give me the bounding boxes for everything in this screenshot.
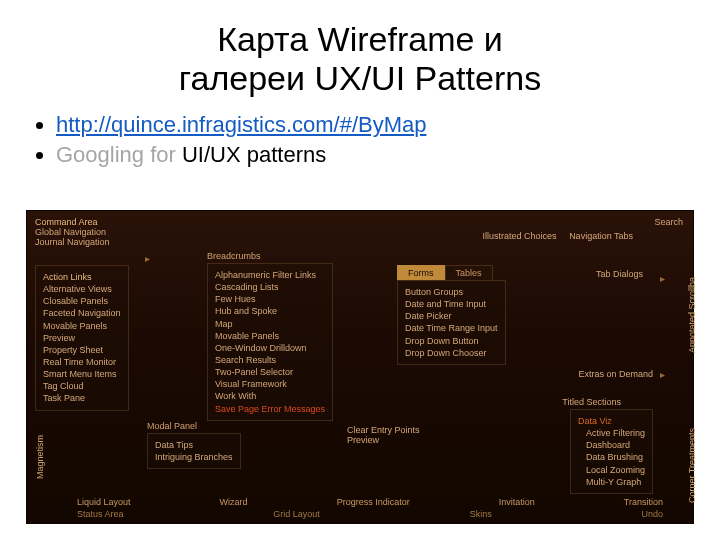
- tab-forms[interactable]: Forms: [397, 265, 445, 280]
- label-command-area: Command Area: [35, 217, 110, 227]
- clear-entry-block: Clear Entry Points Preview: [347, 425, 420, 445]
- breadcrumbs-header: Breadcrumbs: [207, 251, 261, 261]
- bullet-list: http://quince.infragistics.com/#/ByMap G…: [30, 112, 690, 168]
- expand-icon[interactable]: ▸: [145, 253, 150, 264]
- tab-dialogs-label: Tab Dialogs: [596, 269, 643, 279]
- bullet-googling: Googling for UI/UX patterns: [56, 142, 690, 168]
- tab-row: Forms Tables: [397, 265, 506, 280]
- label-journal-navigation: Journal Navigation: [35, 237, 110, 247]
- left-panel: Action Links Alternative Views Closable …: [35, 265, 129, 411]
- bottom-row-upper: Liquid Layout Wizard Progress Indicator …: [77, 497, 663, 507]
- modal-panel: Data Tips Intriguing Branches: [147, 433, 241, 469]
- modal-panel-header: Modal Panel: [147, 421, 197, 431]
- bottom-row-lower: Status Area Grid Layout Skins Undo: [77, 509, 663, 519]
- tabs-panel-content: Button Groups Date and Time Input Date P…: [397, 280, 506, 365]
- tab-dialogs-expand-icon[interactable]: ▸: [660, 273, 665, 284]
- titled-sections-panel: Data Viz Active Filtering Dashboard Data…: [570, 409, 653, 494]
- search-label: Search: [654, 217, 683, 227]
- label-illustrated-choices: Illustrated Choices: [483, 231, 557, 241]
- titled-sections-header: Titled Sections: [562, 397, 621, 407]
- bullet-link[interactable]: http://quince.infragistics.com/#/ByMap: [56, 112, 690, 138]
- tab-tables[interactable]: Tables: [445, 265, 493, 280]
- wireframe-map-screenshot: Command Area Global Navigation Journal N…: [26, 210, 694, 524]
- extras-expand-icon[interactable]: ▸: [660, 369, 665, 380]
- scrollbar-label: Annotated Scrollba: [687, 277, 697, 353]
- label-global-navigation: Global Navigation: [35, 227, 110, 237]
- magnetism-label: Magnetism: [35, 435, 45, 479]
- label-navigation-tabs: Navigation Tabs: [569, 231, 633, 241]
- extras-label: Extras on Demand: [578, 369, 653, 379]
- breadcrumbs-panel: Alphanumeric Filter Links Cascading List…: [207, 263, 333, 421]
- slide-title: Карта Wireframe и галереи UX/UI Patterns: [30, 20, 690, 106]
- corner-treatments-label: Corner Treatments: [687, 428, 697, 503]
